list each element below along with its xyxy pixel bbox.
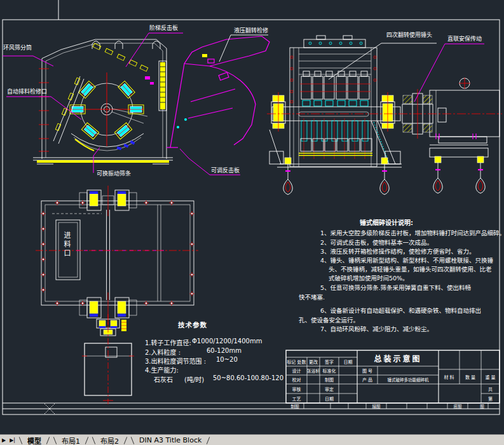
design-note-line: 孔、使设备安全运行。 <box>299 317 359 324</box>
tb-header-sign: 签字 <box>320 357 339 366</box>
tech-param-capacity: 石灰石 (吨/时) 50~80.60-100.80-120 <box>154 374 300 384</box>
design-note-line: 5、任意可换筛分筛条.筛条采用弹簧自重下料、使出料畅 <box>320 284 471 291</box>
tb-cell-process: 工艺 <box>286 394 307 403</box>
tb-product-name: 锤式破碎多功能细碎机 <box>378 375 439 384</box>
design-note-line: 头、不换锤柄，减轻锤头重量，如锤头可四次翻转使用、比老 <box>329 266 492 273</box>
tb-header-mark: 标记 处数 <box>286 357 307 366</box>
tech-param-row: 3.出料粒度调节范围 : 10~20 <box>145 356 272 366</box>
view-top-plan <box>36 186 198 325</box>
tab-model[interactable]: 模型 <box>24 435 44 445</box>
feed-inlet-label: 进料口 <box>62 231 71 258</box>
capacity-value: 50~80.60-100.80-120 <box>213 374 283 381</box>
design-note-line: 式破碎机增加使用时间50%。 <box>329 275 409 282</box>
capacity-material: 石灰石 <box>154 376 173 383</box>
stepped-liner <box>93 43 148 71</box>
param-label: 2.入料粒度 : <box>145 349 180 356</box>
tech-param-row: 4.生产能力: <box>145 365 272 374</box>
param-label: 1.转子工作直径: <box>145 339 191 346</box>
tab-separator <box>19 437 22 444</box>
tech-params-title: 技术参数 <box>178 320 207 329</box>
tb-strip-figure: 图 <box>476 403 488 409</box>
tab-separator <box>92 437 95 444</box>
tb-total-label: 共 <box>481 384 500 394</box>
view-motor-top <box>82 314 134 404</box>
param-label: 3.出料粒度调节范围 : <box>145 358 206 365</box>
param-label: 4.生产能力: <box>145 367 179 374</box>
tab-nav-next-icon[interactable]: ▶ <box>2 437 6 443</box>
tab-layout2[interactable]: 布局2 <box>97 435 122 445</box>
capacity-unit: (吨/时) <box>184 374 204 384</box>
tb-cell-design: 设计 <box>286 366 307 375</box>
design-notes-title: 锤式细碎设计说明: <box>360 219 413 226</box>
callout-direct-coupled-drive: 直联安保传动 <box>447 36 482 43</box>
tab-separator <box>124 437 127 444</box>
callout-leaders <box>3 33 484 175</box>
hydraulic-tipping-frame <box>167 36 269 147</box>
tb-sheet-label: 第 <box>481 394 500 403</box>
layout-tab-bar: ▶ ▶| 模型 布局1 布局2 DIN A3 Title Block <box>0 434 504 445</box>
tb-product-label: 产 品 <box>357 375 378 384</box>
tab-nav-last-icon[interactable]: ▶| <box>10 437 15 443</box>
callout-replaceable-screen-bars: 可换振动筛条 <box>97 170 131 177</box>
callout-stepped-impact-plate: 阶梯反击板 <box>149 25 178 32</box>
tab-layout1[interactable]: 布局1 <box>58 435 83 445</box>
tb-cell-check: 校对 <box>286 375 307 384</box>
tb-cell-standardize: 标准化 <box>320 366 339 375</box>
design-note-line: 4、锤头、锤柄采用新型结构、新型材料、不用螺栓联接、只换锤 <box>320 257 493 264</box>
param-value: 10~20 <box>216 356 238 363</box>
view-front-elevation <box>267 36 502 195</box>
design-note-line: 1、采用大空腔多级阶梯反击衬板，增加物料锤打时间达到产品细碎。 <box>320 229 504 236</box>
design-note-line: 2、可调式反击板，使物料基本一次成品。 <box>320 239 433 246</box>
tb-cell-review: 审核 <box>286 384 307 394</box>
callout-auto-discharge-port: 自动排料检修口 <box>7 88 47 95</box>
tb-drawing-no-label: 图 号 <box>357 366 378 375</box>
tab-separator <box>207 437 210 444</box>
bottom-bearing <box>79 292 137 325</box>
tb-strip-base: 底图 <box>447 403 468 409</box>
param-value: 60-120mm <box>207 347 242 354</box>
tb-cell-approve: 审定 <box>320 384 339 394</box>
design-note-line: 快不堵塞. <box>299 294 325 301</box>
tab-separator <box>131 437 134 444</box>
callout-hammer-four-turns: 四次翻转使用锤头 <box>386 32 432 39</box>
tech-param-row: 1.转子工作直径: Φ1000/1200/1400mm <box>145 338 272 347</box>
tb-cell-date: 日期 <box>320 394 339 403</box>
cad-application-window: 阶梯反击板 液压翻转检修 环风筛分筒 自动排料检修口 可换振动筛条 可调反击板 … <box>0 0 504 445</box>
param-value: Φ1000/1200/1400mm <box>192 338 262 345</box>
tab-separator <box>85 437 88 444</box>
tb-quantity-label: 数 量 <box>460 369 481 384</box>
design-note-line: 6、设备新设计有自动超载保护、和遇硬杂铁、物料自动排出 <box>320 307 481 314</box>
view-side-section <box>33 39 173 164</box>
title-block-main-title: 总装示意图 <box>357 350 439 366</box>
tb-header-date: 日期 <box>339 357 357 366</box>
tb-weight-label: 重 量 <box>481 369 500 384</box>
tab-din-a3-title-block[interactable]: DIN A3 Title Block <box>136 436 205 444</box>
tb-cell-draft: 制图 <box>320 375 339 384</box>
tb-header-change: 更改 <box>307 357 320 366</box>
tb-strip-draft: 制图 <box>286 403 304 409</box>
design-note-line: 3、液压反转开箱检修操作结构，使检修方便省时、省力。 <box>320 248 475 255</box>
tech-param-row: 2.入料粒度 : 60-120mm <box>145 347 272 357</box>
tab-separator <box>53 437 57 444</box>
tb-material-label: 材 料 <box>439 369 460 384</box>
design-note-line: 7、自动环风粉碎、减少阻力、减少粉尘。 <box>320 325 433 332</box>
tab-separator <box>46 437 50 444</box>
tb-cell-designer-name: 张浴轩 <box>307 366 320 375</box>
callout-hydraulic-overturn-service: 液压翻转检修 <box>234 27 268 34</box>
callout-air-ring-screen: 环风筛分筒 <box>3 44 32 51</box>
callout-adjustable-impact-plate: 可调反击板 <box>211 167 240 174</box>
tb-strip-trace: 描图 <box>366 403 386 409</box>
